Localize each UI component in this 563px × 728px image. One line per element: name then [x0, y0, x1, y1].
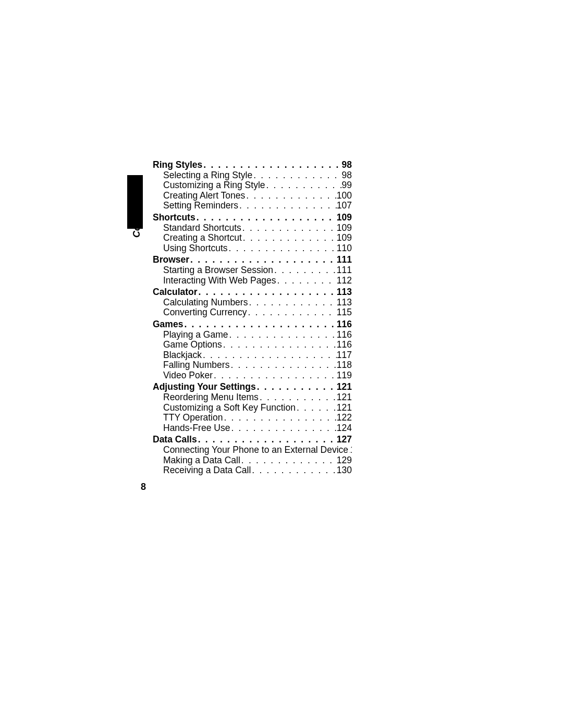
toc-subentry: Converting Currency 115 — [153, 307, 352, 318]
toc-subentry: Customizing a Ring Style 99 — [153, 180, 352, 191]
toc-label: Setting Reminders — [163, 201, 238, 211]
toc-label: Receiving a Data Call — [163, 465, 251, 476]
sidebar-label: Contents — [131, 197, 142, 238]
toc-page-number: 109 — [337, 223, 352, 233]
toc-subentry: Calculating Numbers 113 — [153, 298, 352, 308]
toc-page-number: 113 — [337, 287, 352, 298]
toc-subentry: Selecting a Ring Style 98 — [153, 170, 352, 181]
toc-subentry: Blackjack 117 — [153, 350, 352, 361]
toc-leader-dots — [251, 465, 337, 476]
toc-subentry: Using Shortcuts 110 — [153, 243, 352, 254]
toc-label: Calculator — [153, 287, 198, 298]
toc-label: Video Poker — [163, 371, 213, 381]
toc-page-number: 110 — [337, 243, 352, 254]
toc-page-number: 109 — [337, 213, 352, 223]
toc-leader-dots — [213, 371, 337, 381]
toc-page-number: 116 — [337, 330, 352, 340]
toc-leader-dots — [296, 403, 337, 413]
toc-label: TTY Operation — [163, 413, 223, 423]
toc-leader-dots — [229, 360, 336, 371]
toc-subentry: Receiving a Data Call 130 — [153, 465, 352, 476]
toc-leader-dots — [197, 435, 337, 445]
toc-leader-dots — [183, 319, 336, 330]
toc-label: Calculating Numbers — [163, 298, 248, 308]
toc-label: Game Options — [163, 340, 222, 350]
toc-section: Adjusting Your Settings121 — [153, 382, 352, 392]
toc-page-number: 118 — [337, 360, 352, 371]
toc-subentry: Game Options 116 — [153, 340, 352, 350]
toc-page-number: 115 — [337, 307, 352, 318]
table-of-contents: Ring Styles98Selecting a Ring Style 98Cu… — [153, 160, 352, 476]
toc-page-number: 121 — [337, 403, 352, 413]
toc-leader-dots — [222, 340, 337, 350]
toc-label: Standard Shortcuts — [163, 223, 241, 233]
toc-section: Games116 — [153, 319, 352, 330]
toc-label: Using Shortcuts — [163, 243, 228, 254]
toc-page-number: 111 — [337, 265, 352, 276]
toc-label: Data Calls — [153, 435, 197, 445]
toc-subentry: Connecting Your Phone to an External Dev… — [153, 445, 352, 455]
toc-subentry: Falling Numbers118 — [153, 360, 352, 371]
toc-subentry: Video Poker 119 — [153, 371, 352, 381]
toc-leader-dots — [189, 255, 337, 265]
toc-subentry: TTY Operation 122 — [153, 413, 352, 423]
toc-page-number: 127 — [350, 445, 352, 455]
toc-subentry: Playing a Game 116 — [153, 330, 352, 340]
toc-page-number: 98 — [342, 160, 352, 170]
toc-leader-dots — [265, 180, 342, 191]
page-container: Contents Ring Styles98Selecting a Ring S… — [0, 0, 563, 728]
toc-leader-dots — [242, 233, 337, 243]
toc-label: Creating a Shortcut — [163, 233, 242, 243]
toc-label: Selecting a Ring Style — [163, 170, 252, 181]
toc-section: Ring Styles98 — [153, 160, 352, 170]
toc-leader-dots — [230, 423, 336, 434]
toc-page-number: 124 — [337, 423, 352, 434]
toc-label: Games — [153, 319, 183, 330]
toc-label: Interacting With Web Pages — [163, 276, 276, 286]
toc-leader-dots — [198, 287, 337, 298]
toc-leader-dots — [273, 265, 337, 276]
toc-page-number: 116 — [337, 340, 352, 350]
toc-label: Hands-Free Use — [163, 423, 230, 434]
toc-label: Converting Currency — [163, 307, 247, 318]
toc-leader-dots — [228, 243, 337, 254]
toc-subentry: Hands-Free Use 124 — [153, 423, 352, 434]
toc-leader-dots — [240, 455, 337, 466]
toc-page-number: 99 — [342, 180, 352, 191]
toc-label: Connecting Your Phone to an External Dev… — [163, 445, 348, 455]
toc-label: Creating Alert Tones — [163, 191, 245, 201]
toc-leader-dots — [256, 382, 337, 392]
toc-leader-dots — [276, 276, 337, 286]
toc-page-number: 112 — [337, 276, 352, 286]
toc-page-number: 111 — [337, 255, 352, 265]
toc-leader-dots — [238, 201, 337, 211]
toc-label: Adjusting Your Settings — [153, 382, 256, 392]
toc-page-number: 121 — [337, 382, 352, 392]
toc-page-number: 129 — [337, 455, 352, 466]
toc-section: Browser111 — [153, 255, 352, 265]
toc-page-number: 121 — [337, 392, 352, 403]
toc-leader-dots — [223, 413, 336, 423]
toc-subentry: Standard Shortcuts 109 — [153, 223, 352, 233]
toc-label: Playing a Game — [163, 330, 228, 340]
toc-subentry: Making a Data Call 129 — [153, 455, 352, 466]
toc-leader-dots — [228, 330, 337, 340]
toc-page-number: 119 — [337, 371, 352, 381]
toc-label: Customizing a Soft Key Function — [163, 403, 296, 413]
toc-page-number: 107 — [337, 201, 352, 211]
toc-subentry: Reordering Menu Items 121 — [153, 392, 352, 403]
toc-subentry: Starting a Browser Session111 — [153, 265, 352, 276]
toc-section: Calculator 113 — [153, 287, 352, 298]
toc-page-number: 98 — [342, 170, 352, 181]
toc-label: Making a Data Call — [163, 455, 240, 466]
toc-leader-dots — [202, 160, 341, 170]
toc-page-number: 127 — [337, 435, 352, 445]
toc-section: Shortcuts 109 — [153, 213, 352, 223]
toc-label: Blackjack — [163, 350, 202, 361]
toc-page-number: 117 — [337, 350, 352, 361]
toc-page-number: 116 — [337, 319, 352, 330]
toc-page-number: 109 — [337, 233, 352, 243]
toc-leader-dots — [259, 392, 337, 403]
toc-leader-dots — [241, 223, 337, 233]
toc-subentry: Creating a Shortcut 109 — [153, 233, 352, 243]
